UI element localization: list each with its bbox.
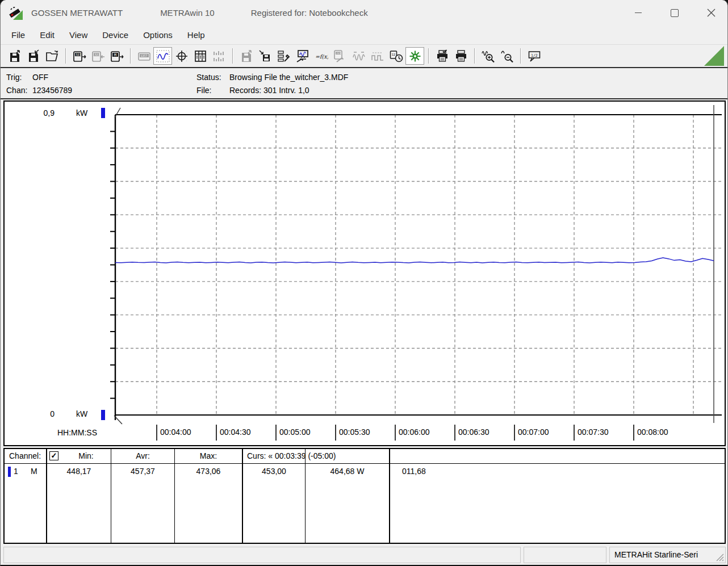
svg-text:M: M bbox=[114, 53, 116, 57]
toolbar-separator bbox=[130, 48, 131, 64]
read-device-memory-button[interactable]: M bbox=[107, 47, 126, 65]
resize-grip-icon[interactable] bbox=[716, 554, 724, 561]
cell-avr: 457,37 bbox=[111, 467, 174, 476]
statusbar-segment-device: METRAHit Starline-Seri bbox=[609, 547, 726, 563]
analog-output-button[interactable] bbox=[349, 47, 368, 65]
svg-text:321: 321 bbox=[76, 53, 81, 56]
time-setup-button[interactable]: 12 bbox=[387, 47, 405, 65]
header-channel: Channel: bbox=[9, 451, 41, 460]
x-tick-label: 00:04:00 bbox=[160, 427, 191, 437]
y-unit-bottom: kW bbox=[76, 409, 87, 418]
chan-value: 123456789 bbox=[32, 86, 72, 95]
toolbar-separator bbox=[428, 48, 429, 64]
measurement-table: Channel: ✓ Min: Avr: Max: Curs: « 00:03:… bbox=[3, 448, 726, 544]
cell-cursor-a: 453,00 bbox=[243, 467, 305, 476]
x-axis-name: HH:MM:SS bbox=[57, 428, 97, 437]
x-tick-label: 00:05:00 bbox=[279, 427, 311, 437]
device-setup-button[interactable]: 321 bbox=[330, 47, 349, 65]
trig-label: Trig: bbox=[6, 71, 32, 84]
app-window: GOSSEN METRAWATT METRAwin 10 Registered … bbox=[0, 0, 728, 566]
gear-green-icon bbox=[408, 49, 422, 63]
svg-text:=f(x): =f(x) bbox=[315, 53, 328, 60]
channel-visible-checkbox[interactable]: ✓ bbox=[49, 451, 58, 460]
live-mode-button[interactable] bbox=[405, 47, 424, 65]
zoom-in-wave-icon bbox=[482, 49, 495, 63]
menu-item-view[interactable]: View bbox=[62, 28, 95, 42]
meter-display-button[interactable]: 1257 bbox=[135, 47, 153, 65]
toolbar-separator bbox=[232, 48, 233, 64]
menu-item-options[interactable]: Options bbox=[136, 28, 180, 42]
info-right: Status:Browsing File the_witcher_3.MDF F… bbox=[196, 71, 348, 97]
app-vendor: GOSSEN METRAWATT bbox=[31, 8, 123, 18]
floppy-out-icon bbox=[8, 49, 22, 63]
info-left: Trig:OFF Chan:123456789 bbox=[6, 71, 72, 97]
menu-item-file[interactable]: File bbox=[4, 28, 32, 42]
cell-cursor-b: 464,68 W bbox=[306, 467, 389, 476]
plot-svg[interactable] bbox=[5, 102, 725, 445]
view-cursor-button[interactable] bbox=[172, 47, 191, 65]
title-bar: GOSSEN METRAWATT METRAwin 10 Registered … bbox=[1, 0, 727, 26]
maximize-button[interactable] bbox=[666, 5, 683, 22]
menu-item-device[interactable]: Device bbox=[95, 28, 136, 42]
header-divider bbox=[5, 463, 725, 464]
open-file-button[interactable] bbox=[43, 47, 61, 65]
pulse-output-button[interactable] bbox=[368, 47, 387, 65]
statusbar-segment-main bbox=[3, 547, 521, 563]
device-321-out-icon: 321 bbox=[73, 49, 86, 63]
list-tools-icon bbox=[277, 49, 291, 63]
device-name: METRAHit Starline-Seri bbox=[614, 550, 698, 559]
cell-min: 448,17 bbox=[47, 467, 111, 476]
y-unit-top: kW bbox=[76, 108, 87, 118]
svg-text:1257: 1257 bbox=[140, 54, 147, 57]
read-device-321-button[interactable]: 321 bbox=[70, 47, 89, 65]
view-chart-button[interactable] bbox=[153, 47, 172, 65]
meter-icon: 1257 bbox=[137, 49, 151, 63]
channel-row-marker bbox=[8, 467, 11, 477]
minimize-button[interactable] bbox=[630, 5, 647, 22]
menu-item-help[interactable]: Help bbox=[180, 28, 212, 42]
status-label: Status: bbox=[196, 71, 229, 84]
write-device-321-button[interactable]: 321 bbox=[89, 47, 107, 65]
cell-channel-mode: M bbox=[31, 467, 37, 476]
close-button[interactable] bbox=[702, 5, 719, 22]
maximize-icon bbox=[671, 9, 679, 17]
svg-text:321: 321 bbox=[336, 52, 341, 54]
save-file-in-button[interactable] bbox=[24, 47, 43, 65]
trig-value: OFF bbox=[32, 73, 48, 82]
print-preview-button[interactable] bbox=[433, 47, 451, 65]
disk-import-icon bbox=[258, 49, 272, 63]
file-label: File: bbox=[196, 84, 229, 97]
view-histogram-button[interactable] bbox=[210, 47, 228, 65]
histogram-icon bbox=[212, 49, 226, 63]
x-tick-label: 00:07:00 bbox=[518, 427, 549, 437]
folder-open-icon bbox=[45, 49, 59, 63]
x-tick-label: 00:04:30 bbox=[220, 427, 251, 437]
clock-icon: 12 bbox=[390, 49, 403, 63]
print-button[interactable] bbox=[451, 47, 470, 65]
display-setup-button[interactable] bbox=[293, 47, 312, 65]
sine-icon bbox=[352, 49, 366, 63]
printer-icon bbox=[454, 49, 468, 63]
zoom-in-curve-button[interactable] bbox=[479, 47, 497, 65]
toolbar-separator bbox=[474, 48, 475, 64]
info-panel: Trig:OFF Chan:123456789 Status:Browsing … bbox=[1, 67, 727, 99]
y-max-label: 0,9 bbox=[27, 108, 55, 118]
export-data-button[interactable] bbox=[237, 47, 256, 65]
header-max: Max: bbox=[175, 451, 242, 460]
floppy-in-icon bbox=[27, 49, 40, 63]
data-trace-channel-1 bbox=[115, 258, 714, 263]
annotations-button[interactable]: 1/2 bbox=[525, 47, 543, 65]
formula-button[interactable]: =f(x) bbox=[312, 47, 330, 65]
file-value: Records: 301 Intrv. 1,0 bbox=[229, 86, 309, 95]
menu-item-edit[interactable]: Edit bbox=[32, 28, 62, 42]
pulse-icon bbox=[371, 49, 384, 63]
channel-marker-top bbox=[101, 108, 105, 118]
channel-setup-button[interactable] bbox=[274, 47, 293, 65]
chart-panel: 0,9 kW 0 kW HH:MM:SS 00:04:0000:04:3000:… bbox=[3, 100, 726, 446]
save-file-out-button[interactable] bbox=[5, 47, 24, 65]
view-table-button[interactable] bbox=[191, 47, 210, 65]
registration-text: Registered for: Notebookcheck bbox=[251, 8, 368, 18]
zoom-out-curve-button[interactable] bbox=[497, 47, 516, 65]
import-data-button[interactable] bbox=[256, 47, 274, 65]
floppy-out-icon bbox=[240, 49, 253, 63]
